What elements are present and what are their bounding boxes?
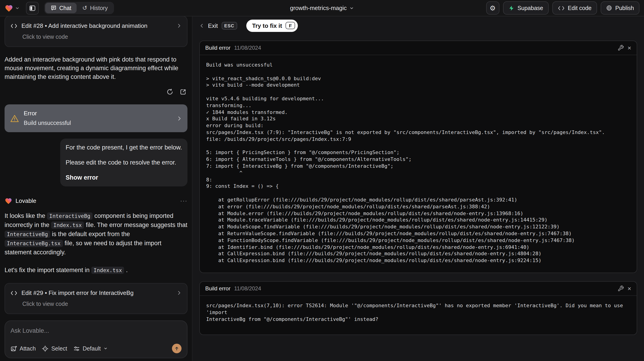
fix-label: Try to fix it <box>252 22 282 29</box>
exit-label: Exit <box>208 22 218 29</box>
edit-card-sub: Click to view code <box>22 300 182 309</box>
assistant-name: Lovable <box>16 196 36 205</box>
chat-composer[interactable]: Attach Select <box>4 321 188 358</box>
edit-card-28[interactable]: Edit #28 • Add interactive background an… <box>4 16 188 47</box>
lovable-heart-icon <box>4 197 12 204</box>
project-name: growth-metrics-magic <box>290 4 347 11</box>
chevron-down-icon <box>15 6 20 10</box>
inline-code: Index.tsx <box>51 222 84 229</box>
assistant-paragraph: It looks like the InteractiveBg componen… <box>4 212 188 257</box>
publish-button[interactable]: Publish <box>601 1 640 14</box>
chevron-down-icon <box>349 6 354 10</box>
publish-label: Publish <box>615 5 634 11</box>
sliders-icon <box>74 345 80 352</box>
send-button[interactable] <box>172 344 182 353</box>
edit-card-sub: Click to view code <box>22 33 182 41</box>
chevron-right-icon <box>176 23 182 28</box>
inline-code: InteractiveBg <box>4 231 50 238</box>
code-brackets-icon <box>558 5 565 11</box>
select-label: Select <box>51 345 67 352</box>
build-error-panel-header: Build error 11/08/2024 × <box>200 282 637 296</box>
close-icon[interactable]: × <box>628 45 631 51</box>
exit-button[interactable]: Exit ESC <box>199 22 237 29</box>
edit-card-label: Edit #29 • Fix import error for Interact… <box>22 289 172 297</box>
edit-card-29[interactable]: Edit #29 • Fix import error for Interact… <box>4 283 188 314</box>
user-message: For the code present, I get the error be… <box>60 139 188 186</box>
assistant-paragraph: Added an interactive background with pin… <box>4 55 188 81</box>
try-to-fix-button[interactable]: Try to fix it F <box>246 19 298 32</box>
chevron-right-icon <box>176 116 182 121</box>
code-brackets-icon <box>10 290 17 296</box>
chat-panel: maybe diagramming points and when you mo… <box>0 16 192 361</box>
message-more-button[interactable]: ··· <box>180 196 188 205</box>
error-card-subtitle: Build unsuccessful <box>24 119 172 128</box>
text-run: is the default export from the <box>50 231 130 238</box>
chevron-left-icon <box>199 23 204 28</box>
build-error-date: 11/08/2024 <box>234 45 261 51</box>
inline-code: Index.tsx <box>91 267 124 274</box>
gear-icon: ⚙ <box>490 4 496 11</box>
build-error-panel-2: Build error 11/08/2024 × src/pages/Index… <box>199 281 637 335</box>
inline-code: InteractiveBg.tsx <box>4 240 63 247</box>
build-error-card[interactable]: Error Build unsuccessful <box>4 104 188 132</box>
sidebar-toggle-button[interactable] <box>26 1 39 14</box>
globe-icon <box>606 5 612 11</box>
tab-chat-label: Chat <box>59 5 72 11</box>
build-error-log[interactable]: src/pages/Index.tsx(7,10): error TS2614:… <box>200 296 637 335</box>
wrench-icon[interactable] <box>618 285 624 292</box>
open-preview-icon[interactable] <box>180 88 186 95</box>
assistant-paragraph: Let's fix the import statement in Index.… <box>4 266 188 275</box>
edit-code-label: Edit code <box>568 5 592 11</box>
error-card-title: Error <box>24 109 172 118</box>
lovable-app: Chat ↺ History growth-metrics-magic ⚙ <box>0 0 644 361</box>
user-message-line: Please edit the code to resolve the erro… <box>66 158 182 167</box>
top-actions: ⚙ Supabase Edit code Pu <box>486 1 640 14</box>
settings-button[interactable]: ⚙ <box>486 1 499 14</box>
target-icon <box>42 345 48 352</box>
chat-message-list[interactable]: maybe diagramming points and when you mo… <box>0 16 192 318</box>
lovable-logo-menu[interactable] <box>4 4 20 12</box>
show-error-link[interactable]: Show error <box>66 173 182 182</box>
text-run: Let's fix the import statement in <box>4 267 91 274</box>
attach-button[interactable]: Attach <box>10 345 36 352</box>
build-error-log[interactable]: Build was unsuccessful > vite_react_shad… <box>200 55 637 273</box>
attach-label: Attach <box>20 345 36 352</box>
user-message-line: For the code present, I get the error be… <box>66 143 182 152</box>
composer-toolbar: Attach Select <box>10 344 182 353</box>
wrench-icon[interactable] <box>618 45 624 51</box>
supabase-label: Supabase <box>518 5 543 11</box>
supabase-button[interactable]: Supabase <box>503 1 549 14</box>
error-detail-panel: Exit ESC Try to fix it F Build error 11/… <box>192 16 644 361</box>
chevron-right-icon <box>176 290 182 295</box>
supabase-bolt-icon <box>508 5 514 11</box>
warning-triangle-icon <box>10 114 19 122</box>
chevron-down-icon <box>104 347 108 351</box>
lovable-heart-icon <box>4 4 13 12</box>
error-panel-header: Exit ESC Try to fix it F <box>199 16 637 35</box>
build-error-date: 11/08/2024 <box>234 285 261 292</box>
panel-left-icon <box>29 5 36 11</box>
edit-code-button[interactable]: Edit code <box>552 1 597 14</box>
f-key-badge: F <box>286 22 295 29</box>
text-run: It looks like the <box>4 212 47 219</box>
close-icon[interactable]: × <box>628 285 631 292</box>
mode-dropdown[interactable]: Default <box>74 345 108 352</box>
chat-history-segmented-control: Chat ↺ History <box>44 2 114 14</box>
message-actions <box>4 88 186 95</box>
build-error-panel-1: Build error 11/08/2024 × Build was unsuc… <box>199 40 637 273</box>
edit-card-label: Edit #28 • Add interactive background an… <box>22 21 172 30</box>
tab-history-label: History <box>90 5 108 11</box>
history-icon: ↺ <box>82 5 87 11</box>
tab-history[interactable]: ↺ History <box>77 3 113 13</box>
chat-input[interactable] <box>10 327 182 334</box>
text-run: file. The error message suggests that <box>84 222 188 228</box>
project-switcher[interactable]: growth-metrics-magic <box>290 4 354 11</box>
restore-icon[interactable] <box>166 88 173 95</box>
top-bar: Chat ↺ History growth-metrics-magic ⚙ <box>0 0 644 16</box>
select-button[interactable]: Select <box>42 345 67 352</box>
code-brackets-icon <box>10 23 17 28</box>
esc-key-badge: ESC <box>222 22 237 29</box>
mode-label: Default <box>82 345 100 352</box>
tab-chat[interactable]: Chat <box>45 3 77 13</box>
text-run: . <box>124 267 128 274</box>
